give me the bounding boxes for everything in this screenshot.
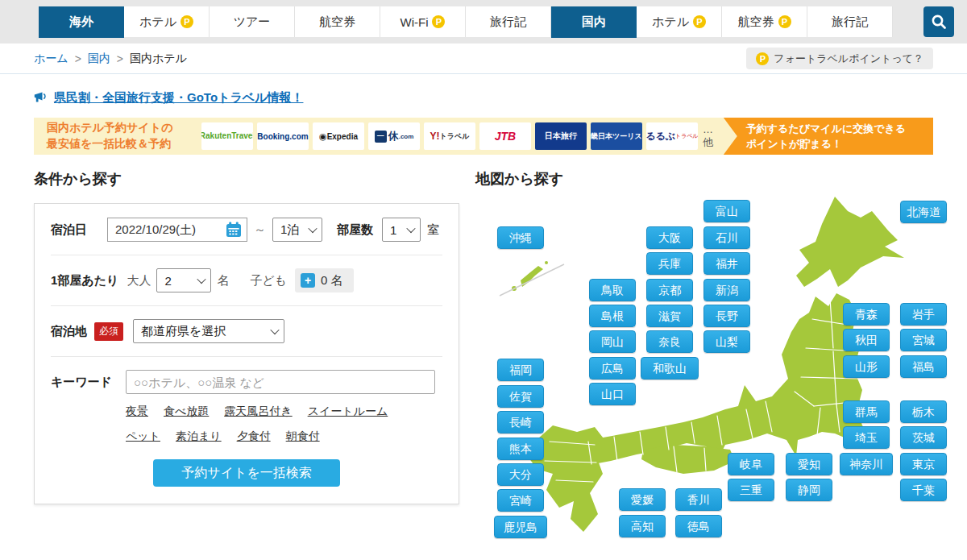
keyword-link[interactable]: ペット <box>126 429 160 444</box>
prefecture-button[interactable]: 京都 <box>646 279 693 301</box>
prefecture-button[interactable]: 北海道 <box>900 201 947 223</box>
prefecture-button[interactable]: 島根 <box>589 305 636 327</box>
points-pill-label: フォートラベルポイントって？ <box>774 52 923 66</box>
prefecture-button[interactable]: 静岡 <box>786 479 832 501</box>
prefecture-button[interactable]: 大阪 <box>646 226 693 249</box>
keyword-link[interactable]: 朝食付 <box>286 429 320 444</box>
prefecture-button[interactable]: 徳島 <box>675 515 722 537</box>
prefecture-button[interactable]: 茨城 <box>900 426 947 449</box>
calendar-icon <box>226 222 242 238</box>
breadcrumb-item[interactable]: ホーム <box>34 52 68 66</box>
prefecture-button[interactable]: 長野 <box>703 305 750 327</box>
prefecture-button[interactable]: 山形 <box>843 355 890 378</box>
keyword-link[interactable]: 露天風呂付き <box>224 404 292 419</box>
prefecture-button[interactable]: 新潟 <box>703 279 750 301</box>
booking-site-logo[interactable]: Booking.com <box>257 122 309 150</box>
prefecture-button[interactable]: 滋賀 <box>646 305 693 327</box>
nav-tab[interactable]: ホテルP <box>124 6 210 37</box>
campaign-link[interactable]: 県民割・全国旅行支援・GoToトラベル情報！ <box>54 90 303 106</box>
adults-value: 2 <box>164 274 171 288</box>
keyword-link[interactable]: スイートルーム <box>308 404 388 419</box>
rooms-select[interactable]: 1 <box>382 218 421 242</box>
prefecture-button[interactable]: 岩手 <box>900 303 947 326</box>
prefecture-button[interactable]: 群馬 <box>843 400 890 423</box>
comparison-banner[interactable]: 国内ホテル予約サイトの 最安値を一括比較＆予約 RakutenTravelBoo… <box>34 118 933 155</box>
japan-map: 富山北海道沖縄大阪石川兵庫福井鳥取京都新潟島根滋賀長野青森岩手岡山奈良山梨秋田宮… <box>475 190 967 545</box>
banner-left-text: 国内ホテル予約サイトの 最安値を一括比較＆予約 <box>34 120 201 151</box>
prefecture-button[interactable]: 和歌山 <box>641 357 699 380</box>
breadcrumb-item[interactable]: 国内 <box>88 52 110 66</box>
children-count-button[interactable]: + 0 名 <box>295 268 354 292</box>
prefecture-button[interactable]: 宮崎 <box>497 489 544 512</box>
prefecture-button[interactable]: 石川 <box>703 226 750 249</box>
prefecture-button[interactable]: 岡山 <box>589 330 636 353</box>
booking-site-logo[interactable]: Y!トラベル <box>424 122 475 150</box>
booking-site-logo[interactable]: るるぶトラベル <box>646 122 698 150</box>
keyword-suggestion-links-row2: ペット素泊まり夕食付朝食付 <box>126 429 435 444</box>
keyword-label: キーワード <box>51 375 126 390</box>
prefecture-button[interactable]: 秋田 <box>843 329 890 351</box>
points-info-pill[interactable]: P フォートラベルポイントって？ <box>746 48 933 69</box>
prefecture-button[interactable]: 鹿児島 <box>494 516 547 538</box>
nav-tab-label: 旅行記 <box>490 15 526 30</box>
prefecture-button[interactable]: 富山 <box>703 200 750 222</box>
prefecture-button[interactable]: 山梨 <box>703 330 750 353</box>
prefecture-button[interactable]: 神奈川 <box>840 453 893 475</box>
keyword-link[interactable]: 素泊まり <box>176 429 222 444</box>
nav-tab-label: 航空券 <box>738 15 774 30</box>
prefecture-button[interactable]: 高知 <box>619 515 666 537</box>
prefecture-button[interactable]: 長崎 <box>497 411 544 433</box>
prefecture-button[interactable]: 兵庫 <box>646 252 693 275</box>
point-coin-icon: P <box>756 52 769 65</box>
checkin-date-field[interactable]: 2022/10/29(土) <box>107 218 247 242</box>
booking-site-logo[interactable]: 日本旅行 <box>535 122 587 150</box>
prefecture-button[interactable]: 広島 <box>589 357 636 380</box>
prefecture-button[interactable]: 香川 <box>675 488 722 511</box>
booking-site-logo[interactable]: 一休.com <box>368 122 420 150</box>
booking-site-logo[interactable]: RakutenTravel <box>201 122 253 150</box>
prefecture-button[interactable]: 岐阜 <box>728 453 774 475</box>
search-button[interactable] <box>923 6 954 37</box>
prefecture-button[interactable]: 福島 <box>900 355 947 378</box>
required-badge: 必須 <box>94 322 123 341</box>
keyword-link[interactable]: 夕食付 <box>237 429 271 444</box>
prefecture-button[interactable]: 山口 <box>589 383 636 405</box>
nav-tab[interactable]: 航空券P <box>722 6 807 37</box>
nights-select[interactable]: 1泊 <box>272 218 322 242</box>
booking-site-logo[interactable]: JTB <box>479 122 531 150</box>
prefecture-button[interactable]: 宮城 <box>900 329 947 351</box>
nav-tab[interactable]: ツアー <box>210 6 295 37</box>
prefecture-button[interactable]: 沖縄 <box>497 226 544 249</box>
prefecture-button[interactable]: 奈良 <box>646 330 693 353</box>
prefecture-button[interactable]: 愛知 <box>786 453 832 475</box>
nav-tab[interactable]: ホテルP <box>637 6 722 37</box>
prefecture-button[interactable]: 大分 <box>497 463 544 486</box>
prefecture-select[interactable]: 都道府県を選択 <box>133 319 284 343</box>
prefecture-button[interactable]: 愛媛 <box>619 488 666 511</box>
prefecture-button[interactable]: 福岡 <box>497 359 544 381</box>
prefecture-button[interactable]: 青森 <box>843 303 890 326</box>
nav-tab[interactable]: 旅行記 <box>466 6 551 37</box>
nav-tab[interactable]: 国内 <box>551 6 637 38</box>
nav-tab[interactable]: 海外 <box>39 6 124 38</box>
keyword-input[interactable] <box>126 370 435 394</box>
nav-tab[interactable]: 旅行記 <box>807 6 893 37</box>
bulk-search-button[interactable]: 予約サイトを一括検索 <box>153 459 340 487</box>
prefecture-button[interactable]: 福井 <box>703 252 750 275</box>
keyword-link[interactable]: 食べ放題 <box>164 404 209 419</box>
booking-site-logo[interactable]: 近畿日本ツーリスト <box>591 122 642 150</box>
nav-tab[interactable]: Wi-FiP <box>380 6 466 37</box>
prefecture-button[interactable]: 栃木 <box>900 400 947 423</box>
nav-tab[interactable]: 航空券 <box>295 6 380 37</box>
prefecture-button[interactable]: 熊本 <box>497 438 544 460</box>
prefecture-button[interactable]: 佐賀 <box>497 385 544 408</box>
adults-select[interactable]: 2 <box>156 268 211 292</box>
prefecture-button[interactable]: 三重 <box>728 479 774 501</box>
prefecture-button[interactable]: 千葉 <box>900 479 947 501</box>
booking-site-logo[interactable]: ◉ Expedia <box>313 122 364 150</box>
prefecture-button[interactable]: 東京 <box>900 453 947 475</box>
date-value: 2022/10/29(土) <box>115 222 196 238</box>
keyword-link[interactable]: 夜景 <box>126 404 148 419</box>
prefecture-button[interactable]: 鳥取 <box>589 279 636 301</box>
prefecture-button[interactable]: 埼玉 <box>843 426 890 449</box>
